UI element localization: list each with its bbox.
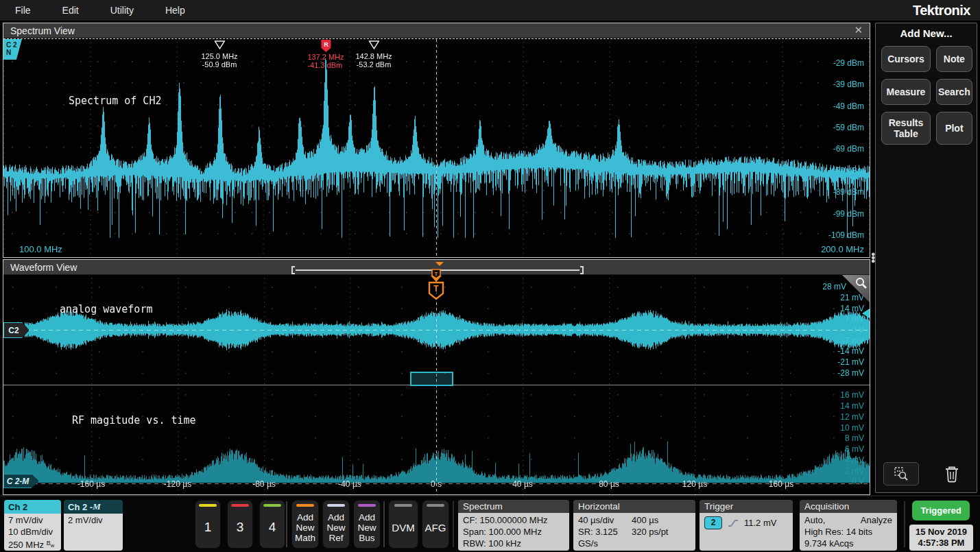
menu-utility[interactable]: Utility	[110, 5, 134, 16]
spectrum-y-label: -39 dBm	[833, 80, 864, 89]
sample-rate: SR: 3.125 GS/s	[578, 526, 632, 549]
ch2-bandwidth: 250 MHz Bw	[8, 538, 57, 551]
spectrum-time-indicator[interactable]	[410, 372, 453, 386]
spectrum-y-label: -69 dBm	[833, 144, 864, 154]
marker-a-level: -50.9 dBm	[201, 60, 237, 69]
channel-3-button[interactable]: 3	[227, 500, 253, 549]
acquisition-card-title: Acquisition	[800, 500, 897, 513]
trigger-letter: T	[433, 284, 439, 293]
rising-edge-icon	[727, 518, 739, 528]
spectrum-y-label: -49 dBm	[833, 101, 864, 111]
panel-resize-handle[interactable]: ●●●	[871, 252, 875, 263]
cursors-button[interactable]: Cursors	[881, 46, 931, 72]
marker-reference[interactable]: R 137.2 MHz -41.3 dBm	[307, 39, 344, 69]
expansion-point-t-icon[interactable]: T	[431, 269, 441, 279]
results-table-button[interactable]: Results Table	[881, 112, 931, 145]
time-label: 80 µs	[599, 479, 619, 489]
record-length: RL: 1.25 Mpts	[578, 549, 632, 551]
spectrum-plot[interactable]: C 2 N Spectrum of CH2 125.0 MHz -50.9 dB…	[3, 38, 870, 257]
menu-edit[interactable]: Edit	[62, 5, 79, 16]
oscilloscope-screen: File Edit Utility Help Tektronix Spectru…	[0, 0, 980, 552]
channel-1-label: 1	[204, 507, 212, 548]
rf-y-label: 6 mV	[845, 444, 864, 454]
add-new-ref-button[interactable]: Add New Ref	[322, 500, 350, 549]
spectrum-x-end-label: 200.0 MHz	[821, 244, 864, 254]
rbw: RBW: 100 kHz	[463, 538, 564, 549]
trigger-status-badge[interactable]: Triggered	[912, 501, 970, 520]
spectrum-trace-canvas	[3, 39, 870, 256]
analog-y-label: -7 mV	[842, 336, 864, 346]
spectrum-y-label: -59 dBm	[833, 123, 864, 132]
marker-a[interactable]: 125.0 MHz -50.9 dBm	[201, 40, 237, 69]
rf-y-label: 4 mV	[845, 455, 864, 465]
timebase: 40 µs/div	[578, 514, 632, 526]
trigger-level-value: 11.2 mV	[744, 517, 776, 529]
channel-2-card[interactable]: Ch 2 7 mV/div 10 dBm/div 250 MHz Bw	[4, 500, 61, 551]
divider	[904, 501, 905, 547]
add-new-bus-label: Add New Bus	[354, 507, 380, 548]
record-duration: 400 µs	[632, 514, 691, 526]
dvm-button[interactable]: DVM	[388, 500, 418, 549]
afg-button[interactable]: AFG	[422, 500, 449, 549]
rf-trace-label: RF magitude vs. time	[72, 414, 196, 427]
trash-icon	[943, 464, 961, 483]
waveform-view-titlebar[interactable]: Waveform View T	[3, 260, 870, 275]
horizontal-position: T 50%	[632, 549, 691, 551]
add-new-bus-button[interactable]: Add New Bus	[353, 500, 381, 549]
waveform-plot[interactable]: T analog waveform RF magitude vs. time C…	[3, 275, 870, 494]
reference-marker-icon: R	[320, 39, 332, 53]
expansion-point-icon[interactable]	[435, 262, 444, 266]
rf-y-label: 12 mV	[840, 412, 864, 422]
marker-b-level: -53.2 dBm	[355, 60, 392, 69]
center-frequency: CF: 150.000000 MHz	[463, 514, 564, 526]
spectrum-card-title: Spectrum	[458, 500, 569, 513]
plot-button[interactable]: Plot	[936, 112, 972, 145]
dvm-label: DVM	[392, 507, 414, 548]
spectrum-y-label: -109 dBm	[828, 230, 864, 240]
rf-y-label: 14 mV	[840, 401, 864, 411]
menu-file[interactable]: File	[15, 5, 31, 16]
channel-1-button[interactable]: 1	[195, 500, 221, 549]
horizontal-settings-card[interactable]: Horizontal 40 µs/div400 µs SR: 3.125 GS/…	[573, 500, 695, 551]
add-new-math-label: Add New Math	[292, 507, 318, 548]
datetime-display: 15 Nov 2019 4:57:38 PM	[909, 525, 973, 551]
measure-button[interactable]: Measure	[881, 79, 931, 105]
horizontal-card-title: Horizontal	[573, 500, 695, 513]
marker-b[interactable]: 142.8 MHz -53.2 dBm	[355, 40, 392, 69]
spectrum-badge-ch: C 2	[6, 41, 22, 49]
acq-count: 9.734 kAcqs	[804, 538, 892, 549]
trigger-flag-icon[interactable]: T	[428, 281, 444, 300]
acquisition-settings-card[interactable]: Acquisition Auto,Analyze High Res: 14 bi…	[800, 500, 897, 551]
spectrum-x-start-label: 100.0 MHz	[19, 244, 62, 254]
add-new-math-button[interactable]: Add New Math	[291, 500, 319, 549]
menu-help[interactable]: Help	[165, 5, 185, 16]
trigger-source-badge: 2	[704, 516, 722, 529]
rf-y-label: 10 mV	[840, 423, 864, 433]
svg-text:R: R	[324, 41, 328, 48]
afg-label: AFG	[425, 507, 446, 548]
zoom-mode-button[interactable]	[883, 462, 919, 485]
trigger-settings-card[interactable]: Trigger 2 11.2 mV	[700, 500, 793, 551]
channel-4-button[interactable]: 4	[259, 500, 285, 549]
rf-y-label: 2 mV	[845, 466, 864, 476]
time-label: -80 µs	[252, 479, 276, 489]
sample-period: 320 ps/pt	[632, 526, 691, 549]
time-label: 0 s	[431, 479, 442, 489]
close-icon[interactable]: ✕	[854, 24, 863, 36]
analog-y-label: -28 mV	[837, 368, 864, 378]
trigger-level-arrow-icon[interactable]	[862, 309, 870, 318]
rf-y-label: 16 mV	[840, 390, 864, 400]
waveform-view-title: Waveform View	[10, 262, 77, 273]
spectrum-view-titlebar[interactable]: Spectrum View ✕	[3, 23, 870, 38]
search-button[interactable]: Search	[936, 79, 972, 105]
marker-a-freq: 125.0 MHz	[201, 52, 237, 60]
analog-trace-label: analog waveform	[60, 303, 152, 315]
scrollbar-right-bracket	[580, 266, 584, 274]
channel-2-math-card[interactable]: Ch 2 - M 2 mV/div	[64, 500, 123, 551]
tektronix-logo: Tektronix	[913, 3, 970, 19]
spectrum-settings-card[interactable]: Spectrum CF: 150.000000 MHz Span: 100.00…	[458, 500, 569, 551]
date-value: 15 Nov 2019	[916, 527, 967, 538]
channel-4-label: 4	[269, 507, 276, 548]
note-button[interactable]: Note	[936, 46, 972, 72]
delete-button[interactable]	[935, 463, 969, 485]
